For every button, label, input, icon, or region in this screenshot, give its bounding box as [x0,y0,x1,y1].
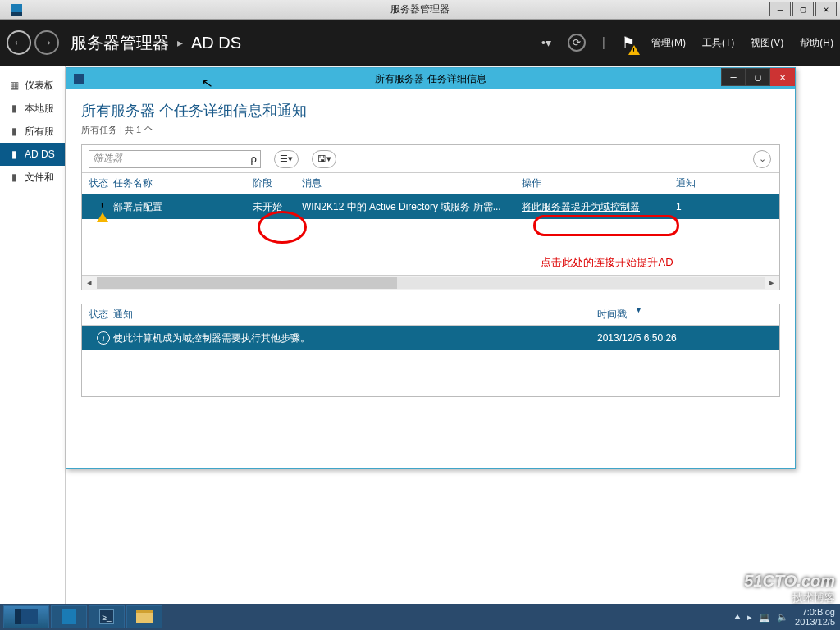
col-status[interactable]: 状态 [82,176,113,190]
expand-button[interactable]: ⌄ [753,150,771,168]
info-icon: i [97,331,110,345]
warning-icon [628,45,640,55]
tray-expand-icon[interactable] [734,614,741,619]
nav-back-button[interactable]: ← [7,30,31,55]
dropdown-icon[interactable]: •▾ [541,36,551,49]
dialog-heading: 所有服务器 个任务详细信息和通知 [81,101,780,121]
sidebar-item-label: 仪表板 [25,79,54,93]
system-tray[interactable]: ▸ 💻 🔈 7:0:Blog 2013/12/5 [734,604,835,630]
breadcrumb-leaf[interactable]: AD DS [191,34,241,52]
tray-date: 2013/12/5 [795,617,835,627]
save-options-button[interactable]: 🖫▾ [312,150,336,168]
list-options-button[interactable]: ☰▾ [274,150,299,168]
watermark-line2: 技术博客 [744,591,835,605]
scroll-left-icon[interactable]: ◂ [82,277,97,288]
cell2-time: 2013/12/5 6:50:26 [597,332,779,344]
server-icon: ▮ [8,103,20,114]
tasks-grid-header: 状态 任务名称 阶段 消息 操作 通知 [82,173,779,194]
search-icon[interactable]: ρ [251,153,257,165]
tray-flag-icon[interactable]: ▸ [747,612,752,623]
dialog-app-icon [66,74,91,84]
dialog-titlebar[interactable]: 所有服务器 任务详细信息 — ▢ ✕ [66,68,795,89]
filter-input[interactable]: 筛选器ρ [89,150,261,168]
taskbar-explorer[interactable] [126,605,162,628]
menu-manage[interactable]: 管理(M) [651,36,686,50]
adds-icon: ▮ [8,148,20,160]
dialog-minimize-button[interactable]: — [721,68,746,86]
warning-icon [97,201,108,222]
outer-maximize-button[interactable]: ▢ [792,2,814,16]
tasks-panel: 筛选器ρ ☰▾ 🖫▾ ⌄ 状态 任务名称 阶段 消息 操作 通知 部署后配置 未… [81,144,780,290]
tray-network-icon[interactable]: 💻 [759,612,770,623]
cell2-notify: 使此计算机成为域控制器需要执行其他步骤。 [113,331,597,345]
watermark: 51CTO.com 技术博客 [744,572,835,605]
refresh-button[interactable]: ⟳ [568,34,586,52]
sort-desc-icon: ▼ [635,306,642,314]
files-icon: ▮ [8,171,20,183]
scroll-track[interactable] [97,277,765,289]
scroll-right-icon[interactable]: ▸ [765,277,779,288]
chevron-right-icon: ▸ [177,36,183,49]
cell-name: 部署后配置 [113,200,253,214]
servers-icon: ▮ [8,126,20,137]
col-message[interactable]: 消息 [302,176,522,190]
menu-help[interactable]: 帮助(H) [800,36,833,50]
dialog-subcount: 所有任务 | 共 1 个 [81,124,780,136]
taskbar-powershell[interactable]: ≥_ [89,605,125,628]
dialog-title: 所有服务器 任务详细信息 [375,72,486,86]
app-icon [0,4,33,16]
notify-grid-header: 状态 通知 时间戳▼ [82,304,779,326]
filter-placeholder: 筛选器 [93,152,122,166]
sidebar-item-label: 所有服 [25,125,54,139]
sidebar-item-label: 文件和 [25,171,54,185]
taskbar-server-manager[interactable] [51,605,87,628]
col-name[interactable]: 任务名称 [113,176,253,190]
sidebar-item-all[interactable]: ▮所有服 [0,120,65,143]
dialog-close-button[interactable]: ✕ [770,68,795,86]
outer-window-title: 服务器管理器 [390,2,450,16]
notifications-flag-icon[interactable]: ⚑ [622,34,635,52]
menu-view[interactable]: 视图(V) [751,36,783,50]
sidebar-item-adds[interactable]: ▮AD DS [0,143,65,166]
task-row[interactable]: 部署后配置 未开始 WIN2K12 中的 Active Directory 域服… [82,194,779,219]
task-details-dialog: 所有服务器 任务详细信息 — ▢ ✕ 所有服务器 个任务详细信息和通知 所有任务… [66,67,796,469]
watermark-line1: 51CTO.com [744,572,835,591]
sidebar-item-files[interactable]: ▮文件和 [0,166,65,189]
sidebar-item-dashboard[interactable]: ▦仪表板 [0,74,65,97]
breadcrumb: 服务器管理器 ▸ AD DS [71,32,241,54]
annotation-text: 点击此处的连接开始提升AD [82,255,779,270]
col2-notify[interactable]: 通知 [113,308,597,322]
col2-status[interactable]: 状态 [82,308,113,322]
tasks-toolbar: 筛选器ρ ☰▾ 🖫▾ ⌄ [82,145,779,173]
tray-time: 7:0:Blog [795,607,835,617]
server-manager-header: ← → 服务器管理器 ▸ AD DS •▾ ⟳ | ⚑ 管理(M) 工具(T) … [0,20,840,66]
col2-time[interactable]: 时间戳▼ [597,308,779,322]
sidebar-item-local[interactable]: ▮本地服 [0,97,65,120]
cell-notify: 1 [676,201,779,212]
notify-row[interactable]: i 使此计算机成为域控制器需要执行其他步骤。 2013/12/5 6:50:26 [82,326,779,350]
notify-panel: 状态 通知 时间戳▼ i 使此计算机成为域控制器需要执行其他步骤。 2013/1… [81,304,780,397]
start-button[interactable] [3,605,49,628]
dialog-maximize-button[interactable]: ▢ [746,68,770,86]
outer-window-titlebar: 服务器管理器 — ▢ ✕ [0,0,840,20]
sidebar-item-label: AD DS [25,148,55,160]
promote-dc-link[interactable]: 将此服务器提升为域控制器 [522,201,640,212]
col-notify[interactable]: 通知 [676,176,779,190]
cell-message: WIN2K12 中的 Active Directory 域服务 所需... [302,200,522,214]
menu-tools[interactable]: 工具(T) [702,36,734,50]
nav-forward-button[interactable]: → [34,30,59,55]
scroll-thumb[interactable] [97,277,397,289]
outer-close-button[interactable]: ✕ [815,2,837,16]
tray-sound-icon[interactable]: 🔈 [777,612,788,623]
horizontal-scrollbar[interactable]: ◂ ▸ [82,275,779,290]
col-action[interactable]: 操作 [522,176,676,190]
sidebar-item-label: 本地服 [25,102,54,116]
breadcrumb-root[interactable]: 服务器管理器 [71,32,169,54]
taskbar: ≥_ ▸ 💻 🔈 7:0:Blog 2013/12/5 [0,604,840,630]
cell-stage: 未开始 [253,200,302,214]
outer-minimize-button[interactable]: — [769,2,791,16]
dashboard-icon: ▦ [8,80,20,91]
sidebar: ▦仪表板 ▮本地服 ▮所有服 ▮AD DS ▮文件和 [0,66,66,604]
col-stage[interactable]: 阶段 [253,176,302,190]
